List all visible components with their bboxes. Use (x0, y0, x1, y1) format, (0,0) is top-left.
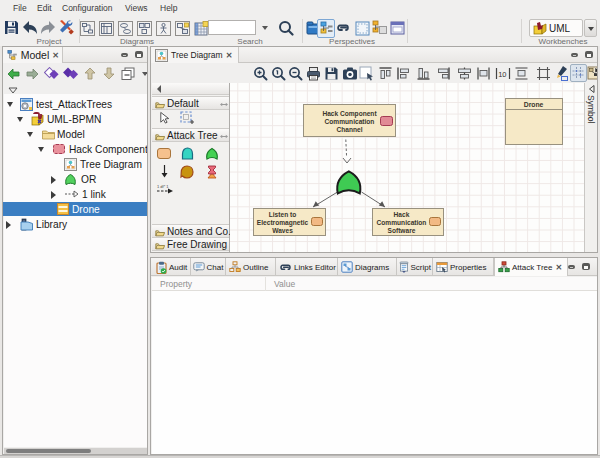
svg-text:1 df* 1: 1 df* 1 (157, 184, 169, 189)
svg-text:10: 10 (498, 70, 506, 79)
